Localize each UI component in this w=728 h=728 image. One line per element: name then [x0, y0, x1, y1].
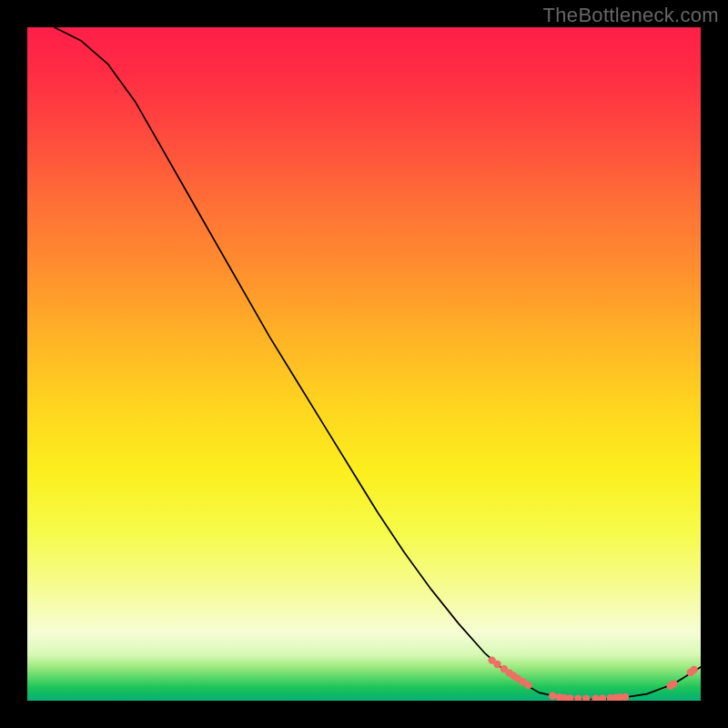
data-marker	[574, 695, 581, 701]
data-marker	[582, 695, 590, 701]
chart-frame: TheBottleneck.com	[0, 0, 728, 728]
bottleneck-curve	[55, 27, 701, 700]
data-marker	[493, 661, 500, 668]
plot-area	[27, 27, 701, 701]
data-marker	[599, 694, 606, 701]
watermark-label: TheBottleneck.com	[543, 4, 719, 27]
data-marker	[549, 693, 556, 700]
marker-group	[488, 656, 697, 701]
data-marker	[524, 682, 531, 689]
data-marker	[622, 693, 629, 701]
data-marker	[592, 695, 599, 701]
chart-svg	[27, 27, 701, 701]
data-marker	[690, 666, 697, 673]
data-marker	[670, 680, 677, 687]
